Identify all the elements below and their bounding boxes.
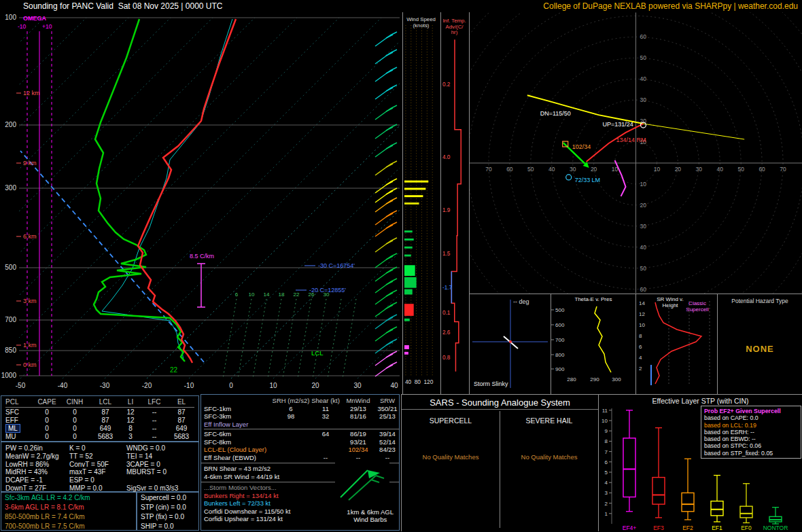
pressure-label: 700 <box>5 316 16 323</box>
kin-cell <box>272 438 310 446</box>
parcel-cell: 0 <box>34 425 60 433</box>
isotherm-line <box>0 18 171 378</box>
parcel-cell: 5683 <box>169 433 194 441</box>
parcel-header-cell: LI <box>121 398 140 406</box>
thermo-stats-column: WNDG = 0.0TEI = 143CAPE = 0MBURST = 0 Si… <box>126 444 178 493</box>
mixing-ratio-line <box>223 299 237 378</box>
storm-slinky-plot <box>470 294 551 394</box>
temp-adv-value: -1.7 <box>442 285 453 291</box>
temp-axis-label: 30 <box>353 382 362 389</box>
thermo-stat: ConvT = 50F <box>69 461 109 469</box>
thetae-plot: Theta-E v. Pres500600700800900280290300 <box>551 294 635 394</box>
stp-legend-title: Prob EF2+ Given Supercell <box>704 408 798 414</box>
mixing-ratio-label: 6 <box>235 291 239 298</box>
wind-barb <box>386 225 393 228</box>
stp-legend-row: based on ESRH: -- <box>704 429 798 436</box>
temp-adv-curve <box>451 39 461 371</box>
wind-barb <box>390 67 397 71</box>
height-label: 12 km <box>23 90 40 96</box>
mixing-ratio-line <box>268 299 281 378</box>
minus20-height-annotation: -20 C=12855' <box>309 287 346 294</box>
stp-y-label: 11 <box>602 408 608 414</box>
kin-cell: 11 <box>310 405 341 413</box>
hodo-speed-tick: 30 <box>570 166 576 173</box>
kin-header-cell: SRH (m2/s2) <box>272 397 310 405</box>
parcel-header-cell: LFC <box>140 398 169 406</box>
title-bar: Sounding for PANC Valid Sat 08 Nov 2025 … <box>0 0 802 12</box>
stp-legend: Prob EF2+ Given Supercell based on CAPE:… <box>701 406 801 459</box>
skewt-diagram[interactable]: 1002003005007008501000OMEGA-10+106101418… <box>0 12 401 394</box>
lapse-rate-line: 3-6km AGL LR = 8.1 C/km <box>1 502 136 512</box>
wind-axis-label: 120 <box>423 378 433 385</box>
wind-barb <box>390 32 397 35</box>
wind-barb <box>386 256 393 260</box>
isotherm-line <box>358 18 401 378</box>
thetae-ytick: 600 <box>555 322 565 328</box>
wind-barb <box>386 191 393 194</box>
isotherm-line <box>0 18 213 378</box>
composite-index-line: STP (fix) = 0.0 <box>137 512 198 521</box>
wind-speed-bar <box>404 319 410 321</box>
wind-barbs-note-line2: Wind Barbs <box>347 516 394 523</box>
wind-barb <box>390 222 397 226</box>
kin-cell <box>272 430 310 438</box>
hodograph[interactable]: 1010101020202020303030304040404050505050… <box>469 12 802 294</box>
wind-barb <box>386 293 393 296</box>
temp-axis-label: -50 <box>16 382 26 389</box>
height-label: 0 km <box>23 361 37 368</box>
hodo-speed-tick: 60 <box>506 166 513 173</box>
dewpoint-trace <box>94 19 185 361</box>
kin-row-label: LCL-EL (Cloud Layer) <box>204 446 272 454</box>
pressure-label: 200 <box>5 121 16 128</box>
wind-barb <box>390 290 397 294</box>
height-label: 1 km <box>23 342 37 349</box>
wind-barbs-note-line1: 1km & 6km AGL <box>347 508 394 516</box>
srwind-title: Height <box>662 302 678 308</box>
parcel-header-cell: PCL <box>5 398 34 406</box>
thetae-xtick: 290 <box>590 376 599 383</box>
thermo-stat: TT = 52 <box>69 453 109 461</box>
wind-barb <box>386 181 393 185</box>
lapse-rates: Sfc-3km AGL LR = 4.2 C/km3-6km AGL LR = … <box>1 492 137 531</box>
kinematics-panel: 1km & 6km AGL Wind Barbs SRH (m2/s2)Shea… <box>201 394 400 531</box>
thermo-stat: PW = 0.26in <box>5 444 59 453</box>
kin-cell: 6 <box>272 405 310 413</box>
slinky-origin-dot <box>509 340 512 343</box>
temp-adv-value: 0.1 <box>442 310 451 316</box>
temp-adv-value: 1.5 <box>442 251 451 257</box>
parcel-cell: 87 <box>90 416 121 425</box>
stp-box <box>623 438 635 497</box>
mixing-ratio-line <box>313 299 326 378</box>
parcel-cell: 87 <box>169 408 194 416</box>
hodo-ring <box>469 12 802 294</box>
srwind-curve <box>655 302 701 384</box>
kin-cell <box>272 421 310 429</box>
mixing-ratio-line <box>253 299 266 378</box>
wind-barb <box>390 198 397 201</box>
wind-barb <box>390 161 397 164</box>
wind-barb <box>390 315 397 318</box>
parcel-row-label: MU <box>5 433 34 441</box>
kin-cell <box>310 421 341 429</box>
parcel-header-cell: CINH <box>60 398 90 406</box>
parcel-cell: -- <box>140 425 169 433</box>
mixing-ratio-line <box>343 299 356 378</box>
thermo-stat: WNDG = 0.0 <box>126 444 178 453</box>
parcel-cell: 0 <box>60 416 90 425</box>
sars-supercell-message: No Quality Matches <box>402 453 500 461</box>
parcel-cell: 5683 <box>90 433 121 441</box>
hodo-label: 134/14 RM <box>616 137 646 143</box>
stp-y-label: 5 <box>605 469 608 476</box>
brand-link[interactable]: College of DuPage NEXLAB powered via SHA… <box>543 1 798 11</box>
srwind-title: SR Wind v. <box>657 296 683 302</box>
wind-barb <box>386 270 393 273</box>
pressure-label: 500 <box>5 264 16 271</box>
hazard-value: NONE <box>718 344 802 354</box>
hazard-title: Potential Hazard Type <box>718 298 802 304</box>
stp-y-label: 2 <box>605 501 608 507</box>
slinky-title: Storm Slinky <box>474 380 508 387</box>
wind-speed-bar <box>404 277 417 288</box>
kin-cell <box>375 421 400 429</box>
storm-slinky-panel: -- deg Storm Slinky <box>469 294 551 394</box>
isotherm-line <box>0 18 86 378</box>
